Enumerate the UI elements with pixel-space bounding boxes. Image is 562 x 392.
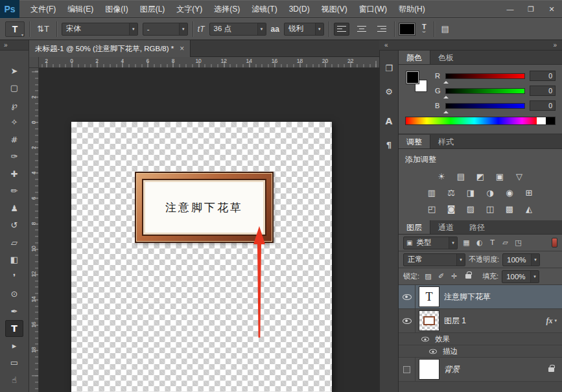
tab-swatches[interactable]: 色板 [430,51,462,64]
eye-icon[interactable] [421,336,429,341]
layer-row-frame[interactable]: 图层 1 fx ▾ [399,309,562,333]
lock-option-icon[interactable]: ✛ [449,271,460,282]
channel-value-field[interactable]: 0 [530,71,556,81]
tool-button[interactable]: ⊙ [5,286,24,303]
align-center-button[interactable] [354,23,369,36]
adjustment-icon[interactable]: ◰ [424,202,440,216]
tab-paths[interactable]: 路径 [462,220,493,234]
filtering-toggle[interactable] [552,238,557,248]
adjustment-icon[interactable]: ☀ [434,170,450,183]
tool-button[interactable]: ▸ [5,337,24,354]
channel-slider[interactable] [445,73,525,79]
panel-icon[interactable]: A [381,114,397,128]
tool-button[interactable]: ✏ [5,183,24,200]
tool-button[interactable]: ❜ [5,268,24,286]
adjustment-icon[interactable]: ◙ [443,202,460,216]
layer-filter-icon[interactable]: ▦ [461,237,472,248]
foreground-background-swatches[interactable] [405,70,428,93]
adjustment-icon[interactable]: ▽ [511,170,528,183]
tool-button[interactable]: ▢ [5,80,24,97]
menu-item[interactable]: 编辑(E) [62,0,99,18]
lock-all-icon[interactable] [463,271,474,282]
menu-item[interactable]: 图像(I) [99,0,134,18]
minimize-button[interactable]: — [500,0,521,18]
align-left-button[interactable] [334,23,349,36]
adjustment-icon[interactable]: ◉ [502,186,518,200]
adjustment-icon[interactable]: ⚖ [443,186,460,200]
layer-filter-icon[interactable]: ▱ [500,237,511,248]
slider-thumb-icon[interactable] [443,108,449,113]
tab-adjustments[interactable]: 调整 [399,135,430,148]
adjustment-icon[interactable]: ▣ [492,170,508,183]
tool-button[interactable]: ▭ [5,354,24,372]
adjustment-icon[interactable]: ▨ [463,202,479,216]
channel-value-field[interactable]: 0 [530,100,556,111]
slider-thumb-icon[interactable] [443,93,449,98]
canvas-area[interactable]: 注意脚下花草 [39,68,379,392]
document-transparent-canvas[interactable]: 注意脚下花草 [71,122,332,392]
visibility-toggle[interactable] [399,285,416,308]
panel-icon[interactable]: ⚙ [381,84,397,98]
font-family-select[interactable]: 宋体 ▾ [62,23,138,36]
tool-button[interactable]: ✧ [5,114,24,132]
tool-button[interactable]: ℘ [5,97,24,114]
menu-item[interactable]: 视图(V) [316,0,353,18]
menu-item[interactable]: 窗口(W) [353,0,393,18]
menu-item[interactable]: 选择(S) [208,0,246,18]
filter-type-select[interactable]: ▣ 类型 ▾ [403,236,458,249]
layer-row-text[interactable]: T 注意脚下花草 [399,285,562,309]
tool-button[interactable]: ✚ [5,165,24,183]
tool-button[interactable]: ✒ [5,303,24,320]
anti-alias-select[interactable]: 锐利 ▾ [284,23,324,36]
adjustment-icon[interactable]: ◑ [482,186,498,200]
font-size-select[interactable]: 36 点 ▾ [209,23,266,36]
channel-slider[interactable] [445,88,525,94]
adjustment-icon[interactable]: ⊞ [521,186,537,200]
slider-thumb-icon[interactable] [443,78,449,84]
layer-filter-icon[interactable]: T [487,237,498,248]
toolbar-expand-button[interactable]: » [0,40,29,51]
tool-button[interactable]: # [5,131,24,148]
restore-button[interactable]: ❐ [521,0,541,18]
adjustment-icon[interactable]: ◨ [463,186,479,200]
color-spectrum-ramp[interactable] [405,117,556,125]
menu-item[interactable]: 图层(L) [134,0,171,18]
toggle-panels-button[interactable]: ▤ [439,23,452,35]
background-layer-thumbnail[interactable] [419,360,439,379]
channel-value-field[interactable]: 0 [530,86,556,96]
tool-button[interactable]: ♟ [5,200,24,217]
tool-button[interactable]: ◧ [5,251,24,269]
menu-item[interactable]: 滤镜(T) [246,0,283,18]
close-tab-icon[interactable]: × [180,45,184,52]
lock-option-icon[interactable]: ▨ [423,271,434,282]
fill-select[interactable]: 100% ▾ [502,270,539,283]
visibility-checkbox[interactable] [403,366,410,373]
tool-button[interactable]: ☝ [5,371,24,389]
visibility-toggle[interactable] [399,358,416,381]
tab-styles[interactable]: 样式 [430,135,462,148]
layer-thumbnail[interactable] [419,311,439,330]
effects-row[interactable]: 效果 [399,333,562,345]
tool-button[interactable]: ✑ [5,148,24,166]
stroke-effect-row[interactable]: 描边 [399,345,562,358]
tool-button[interactable]: ▱ [5,234,24,251]
font-style-select[interactable]: - ▾ [143,23,188,36]
panel-icon[interactable]: ❐ [381,61,397,75]
text-orientation-button[interactable]: ⇅T [34,23,52,35]
layer-filter-icon[interactable]: ◳ [513,237,524,248]
lock-option-icon[interactable]: ✐ [436,271,447,282]
layer-effects-badge[interactable]: fx ▾ [546,316,562,326]
tab-color[interactable]: 颜色 [399,51,430,64]
tool-button[interactable]: ↺ [5,217,24,235]
layer-row-background[interactable]: 背景 [399,358,562,382]
adjustment-icon[interactable]: ◭ [521,202,537,216]
tab-layers[interactable]: 图层 [399,220,430,234]
tool-preset-button[interactable]: T ▾ [5,21,25,37]
layer-filter-icon[interactable]: ◐ [474,237,485,248]
adjustment-icon[interactable]: ▩ [502,202,518,216]
panel-icon[interactable]: ¶ [381,137,397,152]
adjustment-icon[interactable]: ▤ [453,170,469,183]
opacity-select[interactable]: 100% ▾ [502,253,540,266]
eye-icon[interactable] [429,349,437,354]
adjustment-icon[interactable]: ◫ [482,202,498,216]
